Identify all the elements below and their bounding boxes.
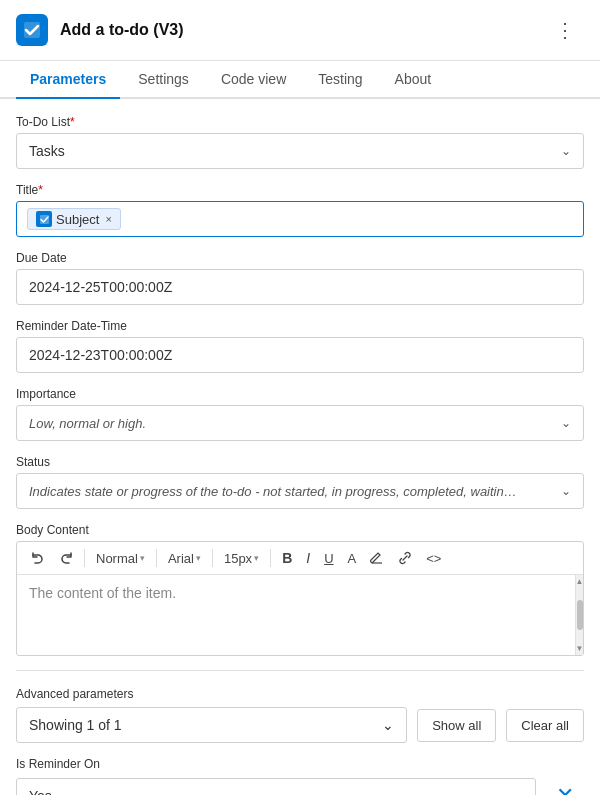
divider — [270, 549, 271, 567]
reminder-datetime-input[interactable] — [16, 337, 584, 373]
bold-button[interactable]: B — [276, 546, 298, 570]
todo-list-group: To-Do List* Tasks ⌄ — [16, 115, 584, 169]
italic-button[interactable]: I — [300, 546, 316, 570]
status-select[interactable]: Indicates state or progress of the to-do… — [16, 473, 584, 509]
status-placeholder: Indicates state or progress of the to-do… — [29, 484, 519, 499]
chevron-down-icon: ⌄ — [511, 788, 523, 795]
highlight-button[interactable] — [364, 547, 390, 569]
subject-tag-label: Subject — [56, 212, 99, 227]
todo-list-select[interactable]: Tasks ⌄ — [16, 133, 584, 169]
tabs: Parameters Settings Code view Testing Ab… — [0, 61, 600, 99]
editor-wrapper: The content of the item. ▲ ▼ — [17, 575, 583, 655]
todo-list-value: Tasks — [29, 143, 65, 159]
header-left: Add a to-do (V3) — [16, 14, 184, 46]
title-field[interactable]: Subject × — [16, 201, 584, 237]
font-label: Arial — [168, 551, 194, 566]
is-reminder-label: Is Reminder On — [16, 757, 584, 771]
app-icon — [16, 14, 48, 46]
importance-select[interactable]: Low, normal or high. ⌄ — [16, 405, 584, 441]
chevron-down-icon: ⌄ — [561, 144, 571, 158]
tab-about[interactable]: About — [381, 61, 446, 99]
importance-placeholder: Low, normal or high. — [29, 416, 146, 431]
chevron-down-icon: ▾ — [140, 553, 145, 563]
todo-list-label: To-Do List* — [16, 115, 584, 129]
undo-button[interactable] — [25, 547, 51, 569]
delete-reminder-button[interactable]: ✕ — [546, 775, 584, 795]
content-area: To-Do List* Tasks ⌄ Title* Subject × — [0, 99, 600, 795]
chevron-down-icon: ▾ — [254, 553, 259, 563]
divider — [156, 549, 157, 567]
separator — [16, 670, 584, 671]
format-select-button[interactable]: Normal ▾ — [90, 547, 151, 570]
due-date-label: Due Date — [16, 251, 584, 265]
tab-parameters[interactable]: Parameters — [16, 61, 120, 99]
show-all-button[interactable]: Show all — [417, 709, 496, 742]
font-color-label: A — [348, 551, 357, 566]
link-button[interactable] — [392, 547, 418, 569]
divider — [212, 549, 213, 567]
font-color-button[interactable]: A — [342, 547, 363, 570]
title-group: Title* Subject × — [16, 183, 584, 237]
editor-toolbar: Normal ▾ Arial ▾ 15px ▾ B I U A — [17, 542, 583, 575]
is-reminder-group: Is Reminder On Yes ⌄ ✕ — [16, 757, 584, 795]
editor-body[interactable]: The content of the item. — [17, 575, 583, 655]
scroll-down-icon[interactable]: ▼ — [576, 644, 584, 653]
subject-tag-close-icon[interactable]: × — [105, 213, 111, 225]
underline-button[interactable]: U — [318, 547, 339, 570]
reminder-select[interactable]: Yes ⌄ — [16, 778, 536, 795]
advanced-row: Showing 1 of 1 ⌄ Show all Clear all — [16, 707, 584, 743]
tab-code-view[interactable]: Code view — [207, 61, 300, 99]
tab-settings[interactable]: Settings — [124, 61, 203, 99]
status-group: Status Indicates state or progress of th… — [16, 455, 584, 509]
more-options-icon[interactable]: ⋮ — [547, 14, 584, 46]
app-title: Add a to-do (V3) — [60, 21, 184, 39]
subject-tag: Subject × — [27, 208, 121, 230]
font-size-button[interactable]: 15px ▾ — [218, 547, 265, 570]
code-button[interactable]: <> — [420, 547, 447, 570]
chevron-down-icon: ⌄ — [382, 717, 394, 733]
reminder-datetime-group: Reminder Date-Time — [16, 319, 584, 373]
tab-testing[interactable]: Testing — [304, 61, 376, 99]
divider — [84, 549, 85, 567]
font-select-button[interactable]: Arial ▾ — [162, 547, 207, 570]
redo-button[interactable] — [53, 547, 79, 569]
showing-select[interactable]: Showing 1 of 1 ⌄ — [16, 707, 407, 743]
subject-tag-icon — [36, 211, 52, 227]
clear-all-button[interactable]: Clear all — [506, 709, 584, 742]
body-content-label: Body Content — [16, 523, 584, 537]
chevron-down-icon: ⌄ — [561, 484, 571, 498]
editor-container: Normal ▾ Arial ▾ 15px ▾ B I U A — [16, 541, 584, 656]
title-label: Title* — [16, 183, 584, 197]
chevron-down-icon: ▾ — [196, 553, 201, 563]
due-date-input[interactable] — [16, 269, 584, 305]
advanced-parameters-label: Advanced parameters — [16, 687, 584, 701]
reminder-value: Yes — [29, 788, 52, 795]
format-label: Normal — [96, 551, 138, 566]
advanced-parameters-section: Advanced parameters Showing 1 of 1 ⌄ Sho… — [16, 687, 584, 743]
reminder-row: Yes ⌄ ✕ — [16, 775, 584, 795]
header: Add a to-do (V3) ⋮ — [0, 0, 600, 61]
scroll-thumb[interactable] — [577, 600, 583, 630]
importance-label: Importance — [16, 387, 584, 401]
reminder-datetime-label: Reminder Date-Time — [16, 319, 584, 333]
showing-label: Showing 1 of 1 — [29, 717, 122, 733]
importance-group: Importance Low, normal or high. ⌄ — [16, 387, 584, 441]
chevron-down-icon: ⌄ — [561, 416, 571, 430]
status-label: Status — [16, 455, 584, 469]
scroll-up-icon[interactable]: ▲ — [576, 577, 584, 586]
body-content-group: Body Content Normal ▾ Arial ▾ — [16, 523, 584, 656]
editor-scrollbar[interactable]: ▲ ▼ — [575, 575, 583, 655]
due-date-group: Due Date — [16, 251, 584, 305]
font-size-label: 15px — [224, 551, 252, 566]
